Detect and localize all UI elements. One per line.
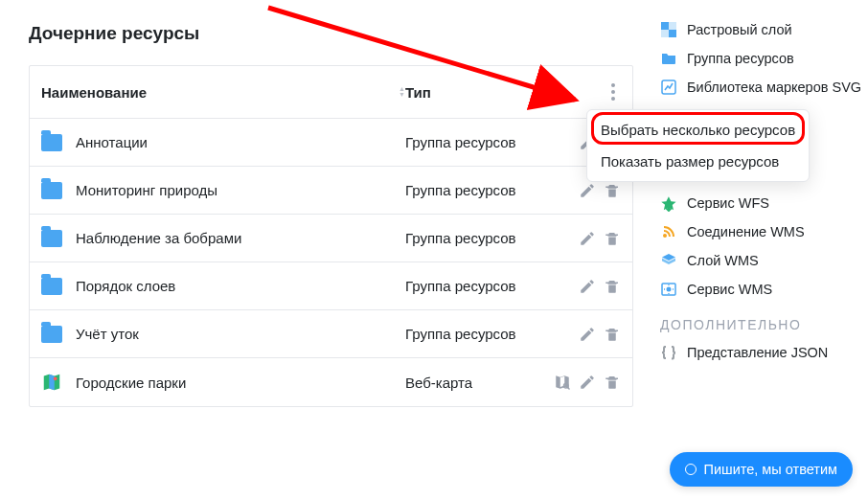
svg-rect-1 xyxy=(669,30,676,37)
col-type-header[interactable]: Тип xyxy=(405,84,431,101)
sidebar-item[interactable]: Соединение WMS xyxy=(660,217,868,246)
sidebar-item-label: Соединение WMS xyxy=(687,223,805,240)
folder-icon xyxy=(41,230,62,247)
table-menu-button[interactable] xyxy=(605,80,621,104)
table-row[interactable]: Порядок слоевГруппа ресурсов xyxy=(30,262,632,310)
edit-icon[interactable] xyxy=(579,326,596,343)
wms-conn-icon xyxy=(660,223,677,240)
edit-icon[interactable] xyxy=(579,278,596,295)
resource-type: Группа ресурсов xyxy=(405,134,549,150)
menu-item-show-size[interactable]: Показать размер ресурсов xyxy=(587,146,809,177)
sidebar-item[interactable]: Сервис WFS xyxy=(660,189,868,217)
table-row[interactable]: Наблюдение за бобрамиГруппа ресурсов xyxy=(30,215,632,262)
resource-name: Городские парки xyxy=(76,375,186,391)
sidebar-item-label: Слой WMS xyxy=(687,252,759,269)
delete-icon[interactable] xyxy=(604,278,621,295)
sort-icon[interactable]: ▲▼ xyxy=(399,86,405,98)
edit-icon[interactable] xyxy=(579,182,596,199)
wms-service-icon xyxy=(660,281,677,298)
sidebar-item[interactable]: Библиотека маркеров SVG xyxy=(660,73,868,102)
svg-rect-0 xyxy=(661,22,669,30)
resource-name: Мониторинг природы xyxy=(76,182,217,198)
resource-type: Веб-карта xyxy=(405,375,549,391)
section-title: Дочерние ресурсы xyxy=(29,23,633,44)
resource-name: Порядок слоев xyxy=(76,278,175,294)
sidebar-heading-additional: ДОПОЛНИТЕЛЬНО xyxy=(660,317,868,332)
delete-icon[interactable] xyxy=(604,182,621,199)
table-row[interactable]: Городские паркиВеб-карта xyxy=(30,358,632,406)
table-row[interactable]: Мониторинг природыГруппа ресурсов xyxy=(30,167,632,215)
edit-icon[interactable] xyxy=(579,374,596,391)
table-row[interactable]: АннотацииГруппа ресурсов xyxy=(30,119,632,167)
resource-type: Группа ресурсов xyxy=(405,326,549,342)
json-icon xyxy=(660,344,677,361)
delete-icon[interactable] xyxy=(604,374,621,391)
sidebar-item-label: Растровый слой xyxy=(687,21,792,38)
sidebar-item[interactable]: Слой WMS xyxy=(660,246,868,275)
svg-point-13 xyxy=(663,234,667,238)
resource-type: Группа ресурсов xyxy=(405,182,549,198)
svg-point-15 xyxy=(667,287,672,292)
wms-layer-icon xyxy=(660,252,677,269)
folder-icon xyxy=(41,134,62,151)
sidebar-item-label: Сервис WFS xyxy=(687,194,769,212)
table-header: Наименование ▲▼ Тип ▲▼ xyxy=(30,66,632,119)
folder-icon xyxy=(41,326,62,343)
sidebar-item-json[interactable]: Представление JSON xyxy=(660,338,868,367)
folder-icon xyxy=(41,278,62,295)
col-name-header[interactable]: Наименование xyxy=(41,84,147,101)
table-row[interactable]: Учёт утокГруппа ресурсов xyxy=(30,310,632,358)
delete-icon[interactable] xyxy=(604,230,621,247)
resource-type: Группа ресурсов xyxy=(405,278,549,294)
webmap-icon xyxy=(41,372,62,393)
chat-status-icon xyxy=(685,464,697,475)
svg-rect-3 xyxy=(661,30,669,37)
chat-widget[interactable]: Пишите, мы ответим xyxy=(670,452,854,487)
sidebar-item-label: Представление JSON xyxy=(687,344,828,361)
resource-name: Аннотации xyxy=(76,134,148,150)
edit-icon[interactable] xyxy=(579,230,596,247)
chat-label: Пишите, мы ответим xyxy=(704,462,838,477)
raster-icon xyxy=(660,21,677,38)
child-resources-table: Наименование ▲▼ Тип ▲▼ АннотацииГруппа р… xyxy=(29,65,633,407)
table-context-menu: Выбрать несколько ресурсов Показать разм… xyxy=(586,109,810,182)
resource-type-sidebar: Растровый слойГруппа ресурсовБиблиотека … xyxy=(660,10,868,407)
wfs-icon xyxy=(660,194,677,212)
delete-icon[interactable] xyxy=(604,326,621,343)
svg-rect-2 xyxy=(669,22,676,30)
resource-type: Группа ресурсов xyxy=(405,230,549,246)
folder-icon xyxy=(41,182,62,199)
resource-name: Учёт уток xyxy=(76,326,139,342)
folder-small-icon xyxy=(660,50,677,67)
open-map-icon[interactable] xyxy=(554,374,571,391)
sidebar-item[interactable]: Сервис WMS xyxy=(660,275,868,304)
sidebar-item[interactable]: Растровый слой xyxy=(660,15,868,44)
sidebar-item[interactable]: Группа ресурсов xyxy=(660,44,868,73)
sidebar-item-label: Библиотека маркеров SVG xyxy=(687,79,861,96)
resource-name: Наблюдение за бобрами xyxy=(76,230,241,246)
sidebar-item-label: Сервис WMS xyxy=(687,281,772,298)
sidebar-item-label: Группа ресурсов xyxy=(687,50,794,67)
menu-item-select-multiple[interactable]: Выбрать несколько ресурсов xyxy=(587,114,809,146)
sort-icon[interactable]: ▲▼ xyxy=(542,86,549,98)
svg-lib-icon xyxy=(660,79,677,96)
